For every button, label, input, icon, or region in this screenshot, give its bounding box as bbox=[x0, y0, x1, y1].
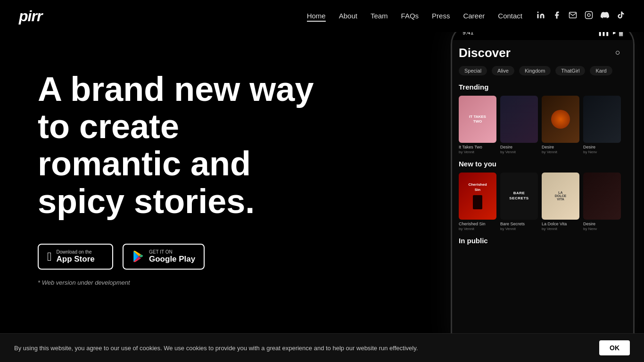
cookie-ok-button[interactable]: OK bbox=[599, 340, 630, 355]
app-store-text: Download on the App Store bbox=[57, 249, 95, 264]
mail-icon[interactable] bbox=[569, 11, 577, 22]
phone-outer: 9:41 ▌▌▌ ► ▓ Discover ○ Special Alive Ki… bbox=[451, 24, 635, 354]
cover-cherished-sin: CherishedSin bbox=[459, 173, 496, 220]
play-store-icon bbox=[132, 250, 144, 263]
nav-link-contact[interactable]: Contact bbox=[498, 12, 522, 20]
tiktok-icon[interactable] bbox=[617, 11, 625, 22]
new-books-row: CherishedSin Cherished Sin by Vennit BAR… bbox=[459, 173, 627, 231]
book-title-2: Desire bbox=[500, 145, 538, 150]
nav-link-home[interactable]: Home bbox=[307, 12, 326, 22]
svg-rect-0 bbox=[537, 14, 539, 18]
book-author-1: by Vennit bbox=[459, 150, 496, 154]
nav-item-press[interactable]: Press bbox=[432, 12, 450, 20]
new-to-you-title: New to you bbox=[459, 160, 627, 168]
book-desire-1[interactable]: Desire by Vennit bbox=[500, 96, 538, 154]
navbar: pirr Home About Team FAQs Press Career C… bbox=[0, 0, 644, 32]
web-dev-note: * Web version under development bbox=[38, 279, 330, 286]
hero-section: A brand new way to create romantic and s… bbox=[0, 0, 644, 362]
book-author-2: by Vennit bbox=[500, 150, 538, 154]
nav-item-faqs[interactable]: FAQs bbox=[401, 12, 419, 20]
nav-link-press[interactable]: Press bbox=[432, 12, 450, 20]
book-title-8: Desire bbox=[583, 222, 621, 227]
facebook-icon[interactable] bbox=[553, 11, 561, 22]
book-title-5: Cherished Sin bbox=[459, 222, 496, 227]
phone-search-icon[interactable]: ○ bbox=[615, 48, 627, 59]
google-play-button[interactable]: GET IT ON Google Play bbox=[123, 244, 205, 270]
nav-link-about[interactable]: About bbox=[339, 12, 357, 20]
discord-icon[interactable] bbox=[601, 11, 609, 22]
phone-discover-title: Discover bbox=[459, 46, 511, 60]
phone-mockup: 9:41 ▌▌▌ ► ▓ Discover ○ Special Alive Ki… bbox=[446, 24, 644, 362]
google-play-main-label: Google Play bbox=[149, 255, 195, 264]
app-store-main-label: App Store bbox=[57, 255, 95, 264]
book-desire-3[interactable]: Desire by Nenv bbox=[583, 96, 621, 154]
book-title-3: Desire bbox=[542, 145, 579, 150]
nav-links: Home About Team FAQs Press Career Contac… bbox=[307, 12, 522, 20]
book-desire-2[interactable]: Desire by Vennit bbox=[542, 96, 579, 154]
google-play-top-label: GET IT ON bbox=[149, 249, 195, 255]
book-author-3: by Vennit bbox=[542, 150, 579, 154]
linkedin-icon[interactable] bbox=[537, 11, 545, 22]
trending-books-row: IT TAKESTWO It Takes Two by Vennit Desir… bbox=[459, 96, 627, 154]
book-la-dolce-vita[interactable]: LADOLCEVITA La Dolce Vita by Vennit bbox=[542, 173, 579, 231]
instagram-icon[interactable] bbox=[585, 11, 593, 22]
svg-rect-2 bbox=[586, 11, 593, 18]
phone-cat-kard[interactable]: Kard bbox=[590, 66, 612, 75]
phone-discover-header: Discover ○ bbox=[459, 46, 627, 60]
trending-title: Trending bbox=[459, 83, 627, 91]
nav-item-contact[interactable]: Contact bbox=[498, 12, 522, 20]
cover-la-dolce-vita: LADOLCEVITA bbox=[542, 173, 579, 220]
svg-point-1 bbox=[537, 11, 539, 13]
book-title-7: La Dolce Vita bbox=[542, 222, 579, 227]
nav-link-faqs[interactable]: FAQs bbox=[401, 12, 419, 20]
nav-right: Home About Team FAQs Press Career Contac… bbox=[307, 11, 625, 22]
google-play-text: GET IT ON Google Play bbox=[149, 249, 195, 264]
phone-cat-thatgirl[interactable]: ThatGirl bbox=[555, 66, 585, 75]
phone-cat-kingdom[interactable]: Kingdom bbox=[519, 66, 551, 75]
book-title-4: Desire bbox=[583, 145, 621, 150]
nav-item-home[interactable]: Home bbox=[307, 12, 326, 20]
book-desire-4[interactable]: Desire by Nenv bbox=[583, 173, 621, 231]
cover-desire-4 bbox=[583, 173, 621, 220]
in-public-title: In public bbox=[459, 237, 627, 245]
cover-desire-2 bbox=[542, 96, 579, 143]
phone-cat-alive[interactable]: Alive bbox=[492, 66, 514, 75]
book-cherished-sin[interactable]: CherishedSin Cherished Sin by Vennit bbox=[459, 173, 496, 231]
hero-headline: A brand new way to create romantic and s… bbox=[38, 71, 330, 220]
cookie-banner: By using this website, you agree to our … bbox=[0, 333, 644, 362]
brand-logo[interactable]: pirr bbox=[19, 8, 42, 25]
cover-bare-secrets: BARESECRETS bbox=[500, 173, 538, 220]
book-author-6: by Vennit bbox=[500, 227, 538, 231]
cover-it-takes-two: IT TAKESTWO bbox=[459, 96, 496, 143]
book-author-8: by Nenv bbox=[583, 227, 621, 231]
nav-social-icons bbox=[537, 11, 625, 22]
book-bare-secrets[interactable]: BARESECRETS Bare Secrets by Vennit bbox=[500, 173, 538, 231]
nav-item-career[interactable]: Career bbox=[463, 12, 485, 20]
hero-left: A brand new way to create romantic and s… bbox=[0, 42, 330, 286]
app-store-button[interactable]:  Download on the App Store bbox=[38, 244, 113, 270]
book-author-5: by Vennit bbox=[459, 227, 496, 231]
nav-item-about[interactable]: About bbox=[339, 12, 357, 20]
cover-desire-3 bbox=[583, 96, 621, 143]
phone-content: Discover ○ Special Alive Kingdom ThatGir… bbox=[452, 40, 633, 352]
nav-item-team[interactable]: Team bbox=[371, 12, 388, 20]
app-store-top-label: Download on the bbox=[57, 249, 95, 255]
phone-categories: Special Alive Kingdom ThatGirl Kard bbox=[459, 66, 627, 75]
nav-link-team[interactable]: Team bbox=[371, 12, 388, 20]
hero-buttons:  Download on the App Store bbox=[38, 244, 330, 270]
apple-icon:  bbox=[47, 249, 52, 264]
cover-desire-1 bbox=[500, 96, 538, 143]
cookie-message: By using this website, you agree to our … bbox=[14, 345, 585, 352]
book-title-1: It Takes Two bbox=[459, 145, 496, 150]
book-author-4: by Nenv bbox=[583, 150, 621, 154]
nav-link-career[interactable]: Career bbox=[463, 12, 485, 20]
book-author-7: by Vennit bbox=[542, 227, 579, 231]
book-it-takes-two[interactable]: IT TAKESTWO It Takes Two by Vennit bbox=[459, 96, 496, 154]
phone-cat-special[interactable]: Special bbox=[459, 66, 487, 75]
book-title-6: Bare Secrets bbox=[500, 222, 538, 227]
